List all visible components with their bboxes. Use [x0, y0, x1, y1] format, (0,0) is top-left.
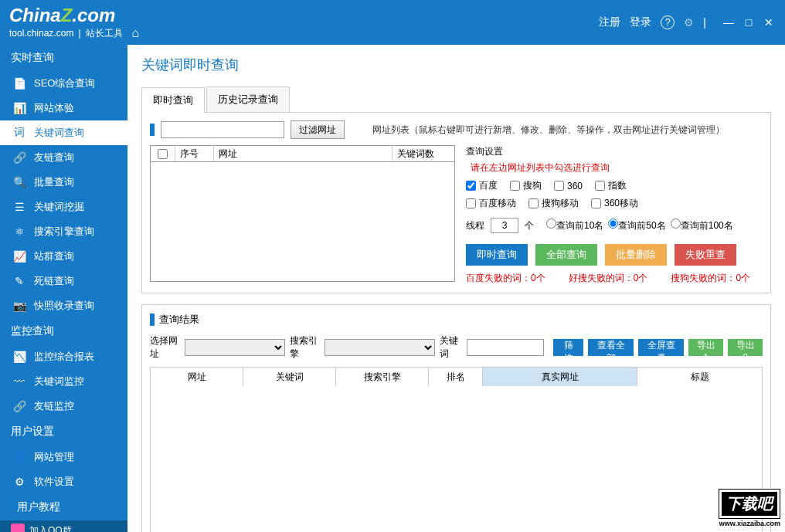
rcol-engine[interactable]: 搜索引擎 — [336, 368, 429, 386]
result-table-body[interactable] — [151, 386, 762, 532]
url-table: 序号 网址 关键词数 — [150, 145, 455, 285]
minimize-button[interactable]: — — [722, 15, 736, 29]
col-seq[interactable]: 序号 — [175, 146, 214, 161]
dead-icon: ✎ — [12, 274, 26, 288]
chk-360[interactable]: 360 — [554, 181, 583, 191]
chk-sogou-mobile[interactable]: 搜狗移动 — [528, 197, 579, 210]
url-table-header: 序号 网址 关键词数 — [150, 145, 455, 162]
chart-icon: 📊 — [12, 101, 26, 115]
engine-label: 搜索引擎 — [290, 334, 320, 361]
sidebar-item-engine[interactable]: ⚛搜索引擎查询 — [0, 219, 127, 244]
filter-url-input[interactable] — [161, 121, 284, 138]
sidebar-item-keyword[interactable]: 词关键词查询 — [0, 120, 127, 145]
chk-sogou[interactable]: 搜狗 — [510, 179, 542, 192]
header-actions: 注册 登录 ? ⚙ | — □ ✕ — [599, 15, 776, 29]
url-list-hint: 网址列表（鼠标右键即可进行新增、修改、删除、等操作，双击网址进行关键词管理） — [372, 124, 725, 137]
settings-title: 查询设置 — [466, 145, 763, 158]
filter-button[interactable]: 筛选 — [553, 339, 583, 356]
mine-icon: ☰ — [12, 200, 26, 214]
chk-index[interactable]: 指数 — [595, 179, 627, 192]
sidebar-qq-group[interactable]: 加入QQ群 — [0, 520, 127, 532]
rcol-kw[interactable]: 关键词 — [243, 368, 336, 386]
view-all-button[interactable]: 查看全部 — [588, 339, 634, 356]
chk-baidu[interactable]: 百度 — [466, 179, 498, 192]
export1-button[interactable]: 导出1 — [688, 339, 723, 356]
keyword-label: 关键词 — [440, 334, 462, 361]
sidebar-item-linkmonitor[interactable]: 🔗友链监控 — [0, 394, 127, 418]
link2-icon: 🔗 — [12, 399, 26, 413]
settings-hint: 请在左边网址列表中勾选进行查询 — [471, 161, 763, 175]
settings-icon[interactable]: ⚙ — [684, 16, 694, 29]
logo-text: ChinaZ.com — [9, 5, 139, 26]
tabs: 即时查询 历史记录查询 — [141, 86, 771, 113]
sidebar-item-friendlink[interactable]: 🔗友链查询 — [0, 145, 127, 170]
main-content: 关键词即时查询 即时查询 历史记录查询 过滤网址 网址列表（鼠标右键即可进行新增… — [127, 45, 785, 532]
sidebar-item-seo[interactable]: 📄SEO综合查询 — [0, 71, 127, 96]
select-url[interactable] — [185, 339, 285, 356]
url-table-body[interactable] — [150, 162, 455, 282]
fullscreen-button[interactable]: 全屏查看 — [638, 339, 684, 356]
home-icon[interactable]: ⌂ — [132, 26, 140, 40]
thread-label: 线程 — [466, 219, 484, 232]
stat-baidu-fail: 百度失败的词：0个 — [466, 272, 545, 285]
doc-icon: 📄 — [12, 76, 26, 90]
batch-delete-button[interactable]: 批量删除 — [605, 244, 667, 266]
sidebar-item-soft[interactable]: ⚙软件设置 — [0, 469, 127, 494]
logo[interactable]: ChinaZ.com tool.chinaz.com | 站长工具 ⌂ — [9, 5, 139, 40]
page-title: 关键词即时查询 — [141, 56, 771, 74]
sidebar-item-kwmonitor[interactable]: 〰关键词监控 — [0, 369, 127, 394]
section-marker-icon — [150, 313, 155, 326]
thread-spinner[interactable] — [491, 218, 518, 233]
radio-top100[interactable]: 查询前100名 — [671, 219, 733, 232]
all-query-button[interactable]: 全部查询 — [535, 244, 597, 266]
rcol-url[interactable]: 网址 — [151, 368, 243, 386]
close-button[interactable]: ✕ — [762, 15, 776, 29]
sidebar-item-batch[interactable]: 🔍批量查询 — [0, 170, 127, 195]
col-kw[interactable]: 关键词数 — [392, 146, 454, 161]
qq-avatar-icon — [11, 524, 25, 532]
sidebar: 实时查询 📄SEO综合查询 📊网站体验 词关键词查询 🔗友链查询 🔍批量查询 ☰… — [0, 45, 127, 532]
sidebar-item-snapshot[interactable]: 📷快照收录查询 — [0, 293, 127, 318]
register-link[interactable]: 注册 — [599, 15, 620, 29]
maximize-button[interactable]: □ — [742, 15, 756, 29]
filter-url-button[interactable]: 过滤网址 — [291, 120, 345, 139]
chk-360-mobile[interactable]: 360移动 — [591, 197, 638, 210]
select-all-checkbox[interactable] — [158, 149, 168, 159]
radio-top50[interactable]: 查询前50名 — [608, 219, 665, 232]
user-icon: 👤 — [12, 450, 26, 464]
chk-baidu-mobile[interactable]: 百度移动 — [466, 197, 516, 210]
thread-unit: 个 — [525, 219, 534, 232]
export2-button[interactable]: 导出2 — [728, 339, 763, 356]
sidebar-section-monitor: 监控查询 — [0, 318, 127, 344]
camera-icon: 📷 — [12, 299, 26, 313]
tab-instant[interactable]: 即时查询 — [141, 87, 205, 113]
col-url[interactable]: 网址 — [214, 146, 392, 161]
word-icon: 词 — [12, 126, 26, 140]
help-icon[interactable]: ? — [661, 15, 675, 29]
keyword-input[interactable] — [467, 339, 544, 356]
report-icon: 📉 — [12, 350, 26, 364]
rcol-rank[interactable]: 排名 — [429, 368, 483, 386]
sidebar-item-site[interactable]: 👤网站管理 — [0, 445, 127, 469]
fail-retry-button[interactable]: 失败重查 — [675, 244, 736, 266]
rcol-real[interactable]: 真实网址 — [483, 368, 637, 386]
sidebar-item-report[interactable]: 📉监控综合报表 — [0, 344, 127, 369]
sidebar-item-group[interactable]: 📈站群查询 — [0, 244, 127, 269]
sidebar-tutorial[interactable]: 用户教程 — [0, 494, 127, 520]
select-engine[interactable] — [325, 339, 434, 356]
query-settings: 查询设置 请在左边网址列表中勾选进行查询 百度 搜狗 360 指数 百度移动 搜… — [466, 145, 763, 285]
engine-icon: ⚛ — [12, 225, 26, 239]
sidebar-item-deadlink[interactable]: ✎死链查询 — [0, 269, 127, 293]
divider: | — [703, 16, 706, 29]
instant-query-button[interactable]: 即时查询 — [466, 244, 528, 266]
sidebar-item-kwmine[interactable]: ☰关键词挖掘 — [0, 195, 127, 219]
login-link[interactable]: 登录 — [630, 15, 651, 29]
radio-top10[interactable]: 查询前10名 — [546, 219, 603, 232]
sidebar-item-experience[interactable]: 📊网站体验 — [0, 96, 127, 120]
rcol-title[interactable]: 标题 — [637, 368, 762, 386]
gear-icon: ⚙ — [12, 475, 26, 489]
logo-subtitle: tool.chinaz.com | 站长工具 ⌂ — [9, 26, 139, 40]
section-marker-icon — [150, 124, 155, 136]
tab-history[interactable]: 历史记录查询 — [206, 86, 290, 112]
content-box: 过滤网址 网址列表（鼠标右键即可进行新增、修改、删除、等操作，双击网址进行关键词… — [141, 113, 771, 293]
